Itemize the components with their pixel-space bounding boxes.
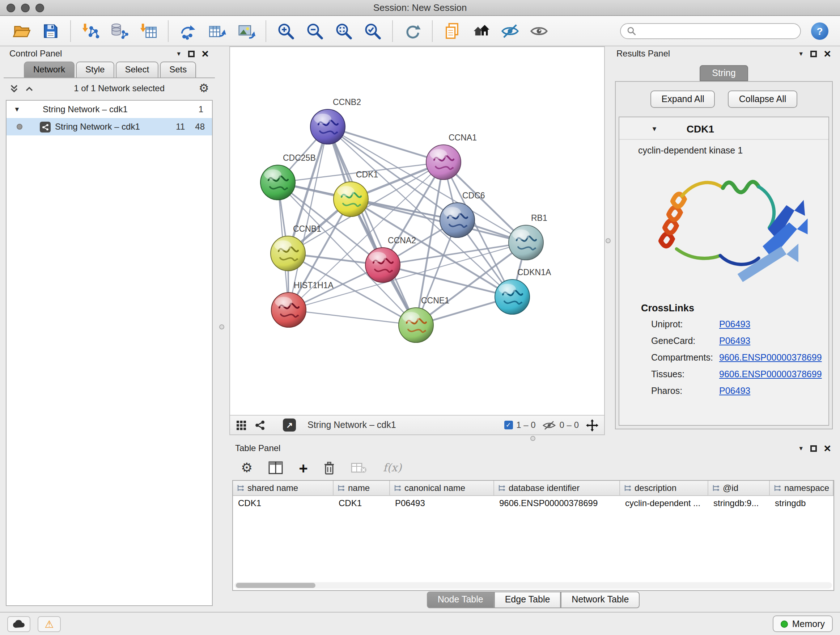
import-network-database-button[interactable] [106, 19, 133, 43]
show-panel-button[interactable] [526, 19, 552, 43]
column-header-canonical-name[interactable]: canonical name [390, 481, 494, 495]
network-node-rb1[interactable]: RB1 [508, 213, 547, 260]
network-row-selected[interactable]: String Network – cdk1 11 48 [6, 118, 212, 135]
network-node-hist1h1a[interactable]: HIST1H1A [271, 280, 334, 327]
import-network-database-icon [110, 21, 129, 40]
column-header-description[interactable]: description [620, 481, 708, 495]
crosslink-pharos-link[interactable]: P06493 [719, 386, 829, 396]
save-session-button[interactable] [38, 19, 64, 43]
table-settings-button[interactable]: ⚙ [241, 461, 253, 474]
table-header-row: shared name name canonical name database… [233, 481, 834, 496]
tab-node-table[interactable]: Node Table [427, 592, 494, 608]
vertical-splitter-handle[interactable] [219, 325, 224, 329]
import-network-file-icon [81, 21, 100, 40]
help-button[interactable]: ? [811, 22, 829, 40]
panel-float-icon[interactable] [188, 50, 195, 57]
panel-close-icon[interactable]: ✕ [201, 49, 209, 58]
column-header-namespace[interactable]: namespace [770, 481, 834, 495]
node-selection-count: ✓ 1 – 0 [504, 420, 535, 430]
refresh-view-button[interactable] [399, 19, 425, 43]
network-node-cdk1[interactable]: CDK1 [333, 170, 378, 217]
expand-all-rows-icon[interactable] [9, 84, 19, 93]
panel-menu-icon[interactable]: ▼ [176, 50, 182, 57]
expand-all-button[interactable]: Expand All [651, 90, 715, 108]
network-edge-ccnb2-ccna1[interactable] [328, 127, 444, 162]
vertical-splitter-handle[interactable] [606, 238, 611, 243]
network-node-ccnb2[interactable]: CCNB2 [310, 97, 361, 144]
legacy-home-button[interactable] [468, 19, 494, 43]
table-row[interactable]: CDK1 CDK1 P06493 9606.ENSP00000378699 cy… [233, 496, 834, 511]
tab-sets[interactable]: Sets [160, 62, 196, 78]
network-node-cdkn1a[interactable]: CDKN1A [495, 268, 551, 314]
tab-style[interactable]: Style [76, 62, 114, 78]
tab-edge-table[interactable]: Edge Table [494, 592, 561, 608]
search-input[interactable] [637, 26, 794, 36]
network-collection-row[interactable]: ▼ String Network – cdk1 1 [6, 101, 212, 118]
scrollbar-thumb[interactable] [236, 583, 316, 588]
warnings-button[interactable]: ⚠ [38, 616, 61, 632]
tab-string[interactable]: String [699, 65, 748, 81]
collapse-all-rows-icon[interactable] [25, 84, 34, 93]
tab-select[interactable]: Select [115, 62, 158, 78]
panel-menu-icon[interactable]: ▼ [798, 50, 804, 57]
collapse-all-button[interactable]: Collapse All [728, 90, 797, 108]
zoom-in-button[interactable] [273, 19, 299, 43]
open-session-button[interactable] [9, 19, 35, 43]
column-header-name[interactable]: name [333, 481, 390, 495]
cell-shared-name: CDK1 [233, 496, 333, 511]
tab-network-table[interactable]: Network Table [561, 592, 639, 608]
network-canvas-svg[interactable]: CCNB2CCNA1CDC25BCDK1CDC6RB1CCNB1CCNA2CDK… [230, 47, 604, 415]
tab-network[interactable]: Network [24, 62, 74, 78]
application-window: Session: New Session [0, 0, 840, 635]
delete-column-button[interactable] [324, 461, 335, 475]
hide-panel-button[interactable] [497, 19, 523, 43]
clear-table-button-disabled[interactable] [351, 462, 367, 473]
zoom-out-button[interactable] [302, 19, 328, 43]
network-node-ccna1[interactable]: CCNA1 [426, 133, 477, 180]
panel-float-icon[interactable] [810, 445, 817, 451]
zoom-selected-button[interactable] [360, 19, 386, 43]
network-row-label: String Network – cdk1 [55, 122, 140, 132]
horizontal-splitter-handle[interactable] [531, 436, 535, 441]
show-columns-button[interactable] [268, 461, 283, 474]
panel-close-icon[interactable]: ✕ [823, 49, 831, 58]
crosslink-label: GeneCard: [651, 336, 719, 346]
panel-close-icon[interactable]: ✕ [823, 443, 831, 453]
expand-arrow-icon: ↗ [286, 420, 293, 430]
table-clear-icon [351, 462, 367, 473]
crosslink-compartments-link[interactable]: 9606.ENSP00000378699 [719, 353, 829, 363]
string-results-box: Expand All Collapse All ▼ CDK1 cyclin-de… [615, 81, 833, 429]
import-network-file-button[interactable] [77, 19, 103, 43]
crosslink-uniprot-link[interactable]: P06493 [719, 319, 829, 329]
view-grid-button[interactable] [236, 420, 247, 431]
cloud-status-button[interactable] [7, 616, 30, 632]
tree-caret-icon[interactable]: ▼ [14, 106, 22, 113]
detach-view-button[interactable]: ↗ [283, 418, 296, 432]
crosslink-genecard-link[interactable]: P06493 [719, 336, 829, 346]
section-caret-icon[interactable]: ▼ [651, 125, 658, 133]
zoom-fit-button[interactable] [331, 19, 357, 43]
export-image-button[interactable] [233, 19, 259, 43]
table-horizontal-scrollbar[interactable] [234, 582, 832, 589]
cell-namespace: stringdb [770, 496, 834, 511]
birds-eye-view-button[interactable] [254, 419, 265, 431]
import-table-button[interactable] [135, 19, 161, 43]
panel-float-icon[interactable] [810, 50, 817, 57]
clone-network-button[interactable] [175, 19, 201, 43]
column-header-shared-name[interactable]: shared name [233, 481, 333, 495]
network-edge-hist1h1a-ccne1[interactable] [289, 310, 416, 325]
export-table-button[interactable] [204, 19, 230, 43]
network-options-gear-icon[interactable]: ⚙ [199, 82, 209, 94]
column-header-id[interactable]: @id [708, 481, 770, 495]
function-builder-label[interactable]: f(x) [383, 461, 401, 474]
network-node-label: CDC25B [283, 153, 316, 163]
column-header-database-identifier[interactable]: database identifier [494, 481, 620, 495]
cell-description: cyclin-dependent ... [620, 496, 708, 511]
copy-style-button[interactable] [439, 19, 465, 43]
panel-menu-icon[interactable]: ▼ [798, 445, 804, 451]
add-column-button[interactable]: + [299, 460, 308, 475]
memory-button[interactable]: Memory [773, 616, 833, 632]
crosslink-tissues-link[interactable]: 9606.ENSP00000378699 [719, 369, 829, 379]
protein-card-header[interactable]: ▼ CDK1 [619, 117, 829, 140]
pan-mode-button[interactable] [586, 419, 598, 431]
